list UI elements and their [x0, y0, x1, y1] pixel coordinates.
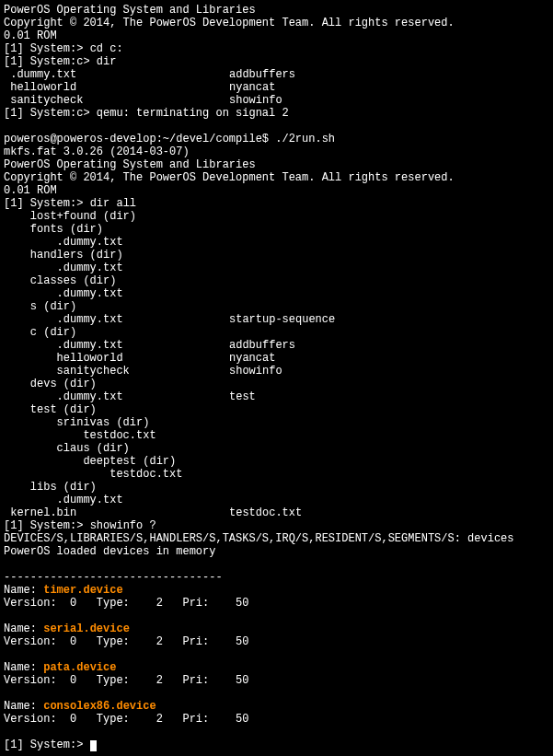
host-prompt-line[interactable]: poweros@poweros-develop:~/devel/compile$… — [4, 133, 549, 145]
output-text: mkfs.fat 3.0.26 (2014-03-07) — [4, 145, 549, 158]
blank-line — [4, 558, 549, 571]
cmd-input[interactable]: showinfo ? — [90, 519, 156, 532]
file-name: .dummy.txt — [4, 236, 229, 249]
file-name: devs (dir) — [4, 378, 229, 390]
output-text: PowerOS loaded devices in memory — [4, 545, 549, 558]
file-name: test (dir) — [4, 403, 229, 416]
dir-entry: .dummy.txttest — [4, 390, 549, 403]
file-name: showinfo — [229, 365, 282, 378]
file-name: .dummy.txt — [4, 68, 229, 81]
dir-entry: testdoc.txt — [4, 468, 549, 481]
option-input[interactable]: devices — [467, 532, 513, 545]
dir-entry: handlers (dir) — [4, 249, 549, 262]
output-text: qemu: terminating on signal 2 — [97, 107, 289, 120]
dir-entry: .dummy.txt — [4, 494, 549, 506]
dir-entry: test (dir) — [4, 403, 549, 416]
file-name: .dummy.txt — [4, 390, 229, 403]
label: Name: — [4, 661, 43, 674]
prompt: [1] System:c> — [4, 55, 97, 68]
options-line[interactable]: DEVICES/S,LIBRARIES/S,HANDLERS/S,TASKS/S… — [4, 532, 549, 545]
device-name-line: Name: pata.device — [4, 661, 549, 674]
file-name: testdoc.txt — [4, 429, 229, 442]
file-name: .dummy.txt — [4, 287, 229, 300]
file-name: lost+found (dir) — [4, 210, 229, 223]
dir-tree: lost+found (dir) fonts (dir) .dummy.txt … — [4, 210, 549, 519]
dir-entry: fonts (dir) — [4, 223, 549, 236]
blank-line — [4, 687, 549, 700]
file-name: nyancat — [229, 352, 275, 365]
devices-list: Name: timer.deviceVersion: 0 Type: 2 Pri… — [4, 584, 549, 739]
os-rom: 0.01 ROM — [4, 184, 549, 197]
file-name: srinivas (dir) — [4, 416, 229, 429]
dir-entry: .dummy.txtaddbuffers — [4, 339, 549, 352]
os-rom: 0.01 ROM — [4, 29, 549, 42]
prompt-line[interactable]: [1] System:> cd c: — [4, 42, 549, 55]
dir-entry: kernel.bintestdoc.txt — [4, 506, 549, 519]
device-info-line: Version: 0 Type: 2 Pri: 50 — [4, 674, 549, 687]
file-name: nyancat — [229, 81, 275, 94]
dir-entry: testdoc.txt — [4, 429, 549, 442]
blank-line — [4, 610, 549, 622]
label: Name: — [4, 622, 43, 635]
file-name: libs (dir) — [4, 481, 229, 494]
cmd-input[interactable]: dir all — [90, 197, 136, 210]
dir-entry: .dummy.txt — [4, 287, 549, 300]
os-copyright: Copyright © 2014, The PowerOS Developmen… — [4, 17, 549, 29]
file-name: .dummy.txt — [4, 494, 229, 506]
file-name: addbuffers — [229, 68, 295, 81]
file-name: kernel.bin — [4, 506, 229, 519]
file-name: s (dir) — [4, 300, 229, 313]
prompt: [1] System:> — [4, 519, 90, 532]
file-name: deeptest (dir) — [4, 455, 229, 468]
file-name: test — [229, 390, 256, 403]
device-name: serial.device — [43, 622, 130, 635]
file-name: sanitycheck — [4, 94, 229, 107]
file-name: classes (dir) — [4, 274, 229, 287]
file-name: helloworld — [4, 81, 229, 94]
file-name: sanitycheck — [4, 365, 229, 378]
file-name: handlers (dir) — [4, 249, 229, 262]
file-name: addbuffers — [229, 339, 295, 352]
cmd-input[interactable]: dir — [97, 55, 117, 68]
file-name: .dummy.txt — [4, 339, 229, 352]
dir-entry: sanitycheckshowinfo — [4, 365, 549, 378]
prompt-line[interactable]: [1] System:> showinfo ? — [4, 519, 549, 532]
device-name-line: Name: consolex86.device — [4, 700, 549, 713]
dir-entry: helloworldnyancat — [4, 352, 549, 365]
device-name: pata.device — [43, 661, 116, 674]
cmd-input[interactable]: cd c: — [90, 42, 123, 55]
prompt-line[interactable]: [1] System:c> dir — [4, 55, 549, 68]
file-name: fonts (dir) — [4, 223, 229, 236]
prompt: [1] System:> — [4, 42, 90, 55]
dir-entry: s (dir) — [4, 300, 549, 313]
dir-entry: helloworldnyancat — [4, 81, 549, 94]
dir-entry: sanitycheckshowinfo — [4, 94, 549, 107]
blank-line — [4, 648, 549, 661]
prompt-line[interactable]: [1] System:> dir all — [4, 197, 549, 210]
os-title: PowerOS Operating System and Libraries — [4, 158, 549, 171]
dir-entry: .dummy.txt — [4, 236, 549, 249]
device-info-line: Version: 0 Type: 2 Pri: 50 — [4, 635, 549, 648]
device-name: consolex86.device — [43, 700, 156, 713]
file-name: .dummy.txt — [4, 313, 229, 326]
file-name: testdoc.txt — [229, 506, 302, 519]
dir-entry: srinivas (dir) — [4, 416, 549, 429]
file-name: c (dir) — [4, 326, 229, 339]
device-name: timer.device — [43, 584, 122, 597]
blank-line — [4, 726, 549, 739]
dir-entry: deeptest (dir) — [4, 455, 549, 468]
prompt: [1] System:c> — [4, 107, 97, 120]
device-name-line: Name: timer.device — [4, 584, 549, 597]
file-name: showinfo — [229, 94, 282, 107]
os-copyright: Copyright © 2014, The PowerOS Developmen… — [4, 171, 549, 184]
cmd-input[interactable]: ./2run.sh — [275, 133, 335, 145]
dir-entry: libs (dir) — [4, 481, 549, 494]
cursor-icon — [90, 740, 97, 751]
label: Name: — [4, 700, 43, 713]
dir-entry: classes (dir) — [4, 274, 549, 287]
separator: --------------------------------- — [4, 571, 549, 584]
dir-entry: .dummy.txtstartup-sequence — [4, 313, 549, 326]
file-name: .dummy.txt — [4, 262, 229, 274]
prompt-line[interactable]: [1] System:> — [4, 739, 549, 751]
device-name-line: Name: serial.device — [4, 622, 549, 635]
